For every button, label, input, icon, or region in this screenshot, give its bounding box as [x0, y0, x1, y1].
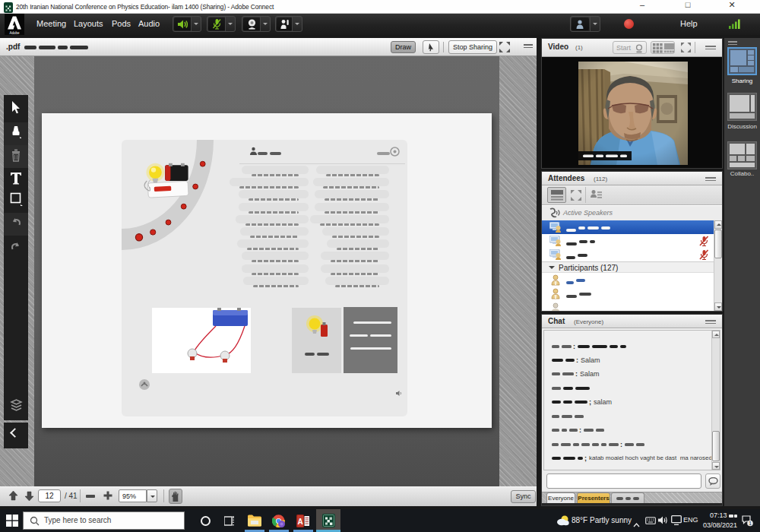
svg-text:1: 1 [749, 521, 752, 526]
svg-text:A: A [297, 518, 302, 526]
svg-text:Adobe: Adobe [9, 31, 20, 35]
